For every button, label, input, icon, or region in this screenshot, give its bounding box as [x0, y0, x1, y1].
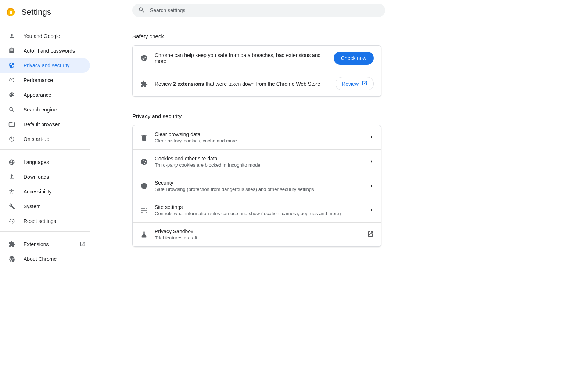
- palette-icon: [8, 92, 15, 98]
- row-title: Security: [155, 180, 363, 186]
- check-now-button[interactable]: Check now: [334, 52, 374, 65]
- sidebar-item-languages[interactable]: Languages: [0, 155, 90, 170]
- clipboard-icon: [8, 47, 15, 54]
- safety-extensions-suffix: that were taken down from the Chrome Web…: [204, 81, 320, 87]
- sidebar-item-you-and-google[interactable]: You and Google: [0, 29, 90, 43]
- safety-check-card: Chrome can help keep you safe from data …: [132, 45, 381, 97]
- sidebar-item-label: Extensions: [24, 241, 49, 247]
- accessibility-icon: [8, 188, 15, 195]
- sidebar-item-about-chrome[interactable]: About Chrome: [0, 252, 90, 266]
- sidebar-item-search-engine[interactable]: Search engine: [0, 102, 90, 117]
- cookie-icon: [140, 158, 148, 166]
- section-title-privacy-security: Privacy and security: [132, 113, 381, 119]
- nav-group-footer: Extensions About Chrome: [0, 232, 90, 269]
- speedometer-icon: [8, 77, 15, 84]
- row-site-settings[interactable]: Site settings Controls what information …: [133, 198, 381, 222]
- sidebar-item-label: Search engine: [24, 107, 57, 113]
- sidebar-item-appearance[interactable]: Appearance: [0, 88, 90, 102]
- sidebar-item-on-startup[interactable]: On start-up: [0, 132, 90, 146]
- shield-icon: [140, 182, 148, 190]
- row-title: Clear browsing data: [155, 131, 363, 137]
- row-subtitle: Controls what information sites can use …: [155, 211, 363, 216]
- power-icon: [8, 136, 15, 142]
- privacy-security-card: Clear browsing data Clear history, cooki…: [132, 125, 381, 247]
- sidebar-item-label: Performance: [24, 77, 53, 83]
- chevron-right-icon: [369, 183, 374, 189]
- nav-group-secondary: Languages Downloads Accessibility System: [0, 150, 90, 231]
- row-privacy-sandbox[interactable]: Privacy Sandbox Trial features are off: [133, 222, 381, 246]
- trash-icon: [140, 134, 148, 141]
- row-subtitle: Third-party cookies are blocked in Incog…: [155, 162, 363, 168]
- row-subtitle: Trial features are off: [155, 235, 361, 241]
- sidebar-item-downloads[interactable]: Downloads: [0, 170, 90, 184]
- review-button-label: Review: [342, 81, 359, 87]
- row-subtitle: Clear history, cookies, cache and more: [155, 138, 363, 143]
- sidebar-item-label: About Chrome: [24, 256, 57, 262]
- chevron-right-icon: [369, 159, 374, 165]
- search-bar[interactable]: [132, 4, 385, 17]
- wrench-icon: [8, 203, 15, 210]
- row-title: Cookies and other site data: [155, 156, 363, 161]
- search-icon: [138, 7, 145, 14]
- verified-shield-icon: [140, 54, 148, 62]
- app-brand: Settings: [0, 5, 90, 24]
- row-subtitle: Safe Browsing (protection from dangerous…: [155, 187, 363, 192]
- chevron-right-icon: [369, 207, 374, 213]
- safety-extensions-text: Review 2 extensions that were taken down…: [155, 81, 329, 87]
- external-link-icon: [362, 80, 368, 87]
- sidebar-item-system[interactable]: System: [0, 199, 90, 214]
- row-security[interactable]: Security Safe Browsing (protection from …: [133, 174, 381, 198]
- sidebar-item-label: Reset settings: [24, 218, 56, 224]
- chrome-logo-icon: [7, 8, 15, 16]
- extension-icon: [140, 80, 148, 88]
- sidebar-item-label: Autofill and passwords: [24, 48, 75, 54]
- safety-check-text: Chrome can help keep you safe from data …: [155, 52, 327, 64]
- safety-extensions-count: 2 extensions: [173, 81, 204, 87]
- row-cookies[interactable]: Cookies and other site data Third-party …: [133, 149, 381, 174]
- sidebar-item-privacy-security[interactable]: Privacy and security: [0, 58, 90, 73]
- sidebar-item-label: System: [24, 203, 41, 209]
- sidebar-item-performance[interactable]: Performance: [0, 73, 90, 88]
- globe-icon: [8, 159, 15, 166]
- main-content: Safety check Chrome can help keep you sa…: [90, 0, 588, 387]
- chrome-icon: [8, 256, 15, 262]
- search-icon: [8, 106, 15, 113]
- sidebar-item-label: Privacy and security: [24, 63, 69, 68]
- app-title: Settings: [21, 7, 51, 17]
- row-title: Privacy Sandbox: [155, 228, 361, 234]
- sidebar: Settings You and Google Autofill and pas…: [0, 0, 90, 387]
- sidebar-item-default-browser[interactable]: Default browser: [0, 117, 90, 132]
- sidebar-item-label: You and Google: [24, 33, 60, 39]
- review-extensions-button[interactable]: Review: [336, 77, 374, 90]
- flask-icon: [140, 231, 148, 238]
- sliders-icon: [140, 207, 148, 214]
- chevron-right-icon: [369, 135, 374, 141]
- sidebar-item-accessibility[interactable]: Accessibility: [0, 184, 90, 199]
- sidebar-item-autofill[interactable]: Autofill and passwords: [0, 43, 90, 58]
- row-title: Site settings: [155, 204, 363, 210]
- extension-icon: [8, 241, 15, 248]
- safety-extensions-prefix: Review: [155, 81, 173, 87]
- sidebar-item-extensions[interactable]: Extensions: [0, 237, 90, 252]
- sidebar-item-label: Accessibility: [24, 189, 51, 195]
- shield-icon: [8, 62, 15, 69]
- safety-extensions-row: Review 2 extensions that were taken down…: [133, 71, 381, 96]
- browser-window-icon: [8, 121, 15, 128]
- safety-check-row: Chrome can help keep you safe from data …: [133, 46, 381, 71]
- section-title-safety-check: Safety check: [132, 33, 381, 39]
- person-icon: [8, 33, 15, 39]
- sidebar-item-label: Appearance: [24, 92, 51, 98]
- row-clear-browsing-data[interactable]: Clear browsing data Clear history, cooki…: [133, 125, 381, 149]
- search-input[interactable]: [150, 7, 379, 13]
- external-link-icon: [80, 241, 86, 248]
- sidebar-item-label: Downloads: [24, 174, 49, 180]
- external-link-icon: [367, 231, 374, 238]
- sidebar-item-label: Languages: [24, 159, 49, 165]
- download-icon: [8, 174, 15, 180]
- sidebar-item-label: Default browser: [24, 121, 60, 127]
- sidebar-item-label: On start-up: [24, 136, 49, 142]
- restore-icon: [8, 218, 15, 224]
- nav-group-main: You and Google Autofill and passwords Pr…: [0, 24, 90, 149]
- sidebar-item-reset[interactable]: Reset settings: [0, 214, 90, 228]
